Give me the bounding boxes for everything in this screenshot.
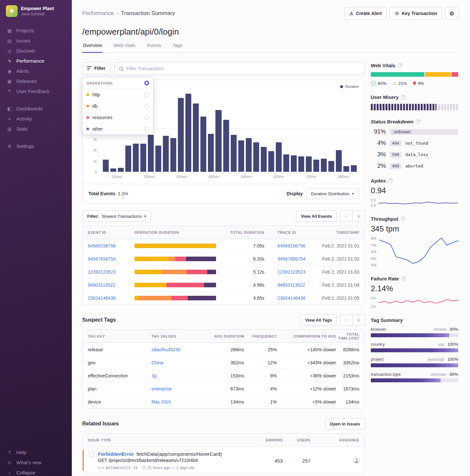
apdex-ylabels: 0.90.8 <box>371 198 376 208</box>
display-select[interactable]: Duration Distribution ▾ <box>306 188 359 199</box>
http-radio[interactable] <box>144 92 149 97</box>
sidebar-item-projects[interactable]: ▦Projects <box>0 25 72 36</box>
help-question-icon[interactable]: ? <box>401 276 406 281</box>
related-issues-table: ISSUE TYPE ERRORS USERS ASSIGNEE Forbidd… <box>82 433 365 474</box>
trace-id-link[interactable]: 94803113522 <box>264 282 305 288</box>
sidebar-item-alerts[interactable]: ◉Alerts <box>0 66 72 76</box>
trace-id-link[interactable]: 94587656754 <box>264 256 306 262</box>
tab-events[interactable]: Events <box>147 43 162 53</box>
status-breakdown-section: Status Breakdown ? 91% unknown 4% 404 no… <box>371 119 458 169</box>
table-row: plan enterprise 673ms 4% +12% slower 167… <box>83 382 365 395</box>
help-question-icon[interactable]: ? <box>398 63 402 68</box>
open-in-issues-button[interactable]: Open in Issues <box>325 418 365 429</box>
tag-summary-value: chrome <box>433 327 446 332</box>
tag-value-link[interactable]: Mac OSX <box>151 399 208 405</box>
sidebar-item-performance[interactable]: ϟPerformance <box>0 56 72 66</box>
operation-option-resources[interactable]: resources <box>83 112 153 123</box>
prev-page-button[interactable]: ‹ <box>340 211 352 222</box>
operations-dropdown-header[interactable]: OPERATIONS <box>83 77 153 89</box>
breadcrumb-performance[interactable]: Performance <box>82 10 114 17</box>
sidebar-item-settings[interactable]: ⚙Settings <box>0 141 72 151</box>
events-filter-select[interactable]: Filter: Slowest Transactions ▾ <box>82 211 151 222</box>
sidebar-item-discover[interactable]: ◎Discover <box>0 46 72 56</box>
assignee-icon[interactable] <box>353 457 359 463</box>
tab-tags[interactable]: Tags <box>172 43 183 53</box>
tag-value-link[interactable]: China <box>151 360 208 365</box>
tab-overview[interactable]: Overview <box>82 43 102 53</box>
issue-subtitle: GET /projects/direct/backend/releases/v7… <box>98 458 222 463</box>
trace-id-link[interactable]: 64589156756 <box>264 243 306 248</box>
sidebar-item-dashboards[interactable]: ◧Dashboards <box>0 103 72 114</box>
sidebar-item-user-feedback[interactable]: ❝User Feedback <box>0 86 72 96</box>
tab-web-vitals[interactable]: Web Vitals <box>113 43 136 53</box>
col-tag-values: TAG VALUES <box>151 334 208 338</box>
trace-id-link[interactable]: 23024146438 <box>264 295 306 301</box>
operation-option-http[interactable]: http <box>83 89 153 101</box>
help-question-icon[interactable]: ? <box>401 95 406 100</box>
issue-level-accent <box>83 450 84 471</box>
other-radio[interactable] <box>144 127 149 132</box>
key-transaction-button[interactable]: ☆ Key Transaction <box>390 7 442 20</box>
event-id-link[interactable]: 94803113522 <box>88 282 134 288</box>
tag-value-link[interactable]: sdaufhu35235 <box>151 347 208 352</box>
sidebar-item-stats[interactable]: ▥Stats <box>0 124 72 134</box>
tag-key: geo <box>88 360 151 365</box>
org-switcher[interactable]: ❖ Empower Plant Jane Schmidt <box>0 5 72 17</box>
status-pct: 91% <box>371 128 386 135</box>
avg-duration: 352ms <box>230 360 244 365</box>
next-page-button[interactable]: › <box>352 211 365 222</box>
event-id-link[interactable]: 94587656754 <box>88 256 134 262</box>
event-id-link[interactable]: 64589156756 <box>88 243 134 248</box>
help-question-icon[interactable]: ? <box>416 119 421 124</box>
view-all-events-button[interactable]: View All Events <box>296 211 337 222</box>
operation-option-db[interactable]: db <box>83 101 153 112</box>
trace-id-link[interactable]: 12392123523 <box>264 269 306 275</box>
issue-checkbox[interactable] <box>89 452 94 457</box>
sidebar-item-label: Settings <box>16 143 34 149</box>
operations-all-radio[interactable] <box>144 81 149 86</box>
event-id-link[interactable]: 23024146438 <box>88 295 134 301</box>
avg-duration: 153ms <box>230 373 244 378</box>
help-question-icon[interactable]: ? <box>388 178 393 183</box>
apdex-title: Apdex <box>371 178 386 183</box>
web-vitals-fail-pct: 9% <box>418 81 424 86</box>
status-name: data_loss <box>405 152 428 157</box>
filter-icon <box>87 66 92 70</box>
settings-gear-button[interactable]: ⚙ <box>445 7 458 20</box>
tags-pagination: ‹ › <box>340 314 365 325</box>
filter-button[interactable]: Filter <box>82 62 110 74</box>
histogram-bar <box>155 146 161 172</box>
sidebar-item-whats-new[interactable]: ⊙What's new <box>0 457 72 468</box>
issue-age: 21 hours ago — 2 days old <box>147 466 194 470</box>
tag-summary-key: browser <box>371 327 386 332</box>
db-radio[interactable] <box>144 104 149 109</box>
search-input[interactable] <box>126 66 360 71</box>
sidebar-item-activity[interactable]: ≡Activity <box>0 114 72 124</box>
tag-value-link[interactable]: enterprise <box>151 386 208 391</box>
sidebar-item-collapse[interactable]: ‹Collapse <box>0 468 72 476</box>
failure-rate-ylabels: 2%1% <box>371 296 376 309</box>
sidebar-item-releases[interactable]: ▣Releases <box>0 76 72 86</box>
fire-icon <box>412 81 417 86</box>
operations-header-label: OPERATIONS <box>86 81 113 85</box>
events-filter-label: Filter: <box>87 214 99 219</box>
help-question-icon[interactable]: ? <box>400 216 405 221</box>
tag-value-link[interactable]: 3g <box>151 373 208 378</box>
next-page-button[interactable]: › <box>352 314 365 325</box>
operation-option-other[interactable]: other <box>83 123 153 135</box>
search-box <box>114 62 365 75</box>
tag-summary-pct: 80% <box>450 372 458 377</box>
sidebar-item-label: Dashboards <box>16 106 43 111</box>
prev-page-button[interactable]: ‹ <box>340 314 352 325</box>
create-alert-button[interactable]: ⚠ Create Alert <box>345 7 387 20</box>
sidebar-item-help[interactable]: ?Help <box>0 447 72 457</box>
issue-type-link[interactable]: ForbiddenError <box>98 451 134 457</box>
histogram-bar <box>238 140 244 172</box>
code-icon: </> <box>98 466 104 470</box>
issue-users-count: 257 <box>302 458 310 464</box>
sidebar-item-issues[interactable]: ▤Issues <box>0 36 72 46</box>
event-id-link[interactable]: 12392123523 <box>88 269 134 275</box>
view-all-tags-button[interactable]: View All Tags <box>300 314 337 325</box>
resources-radio[interactable] <box>144 115 149 120</box>
histogram-bar <box>170 138 176 172</box>
